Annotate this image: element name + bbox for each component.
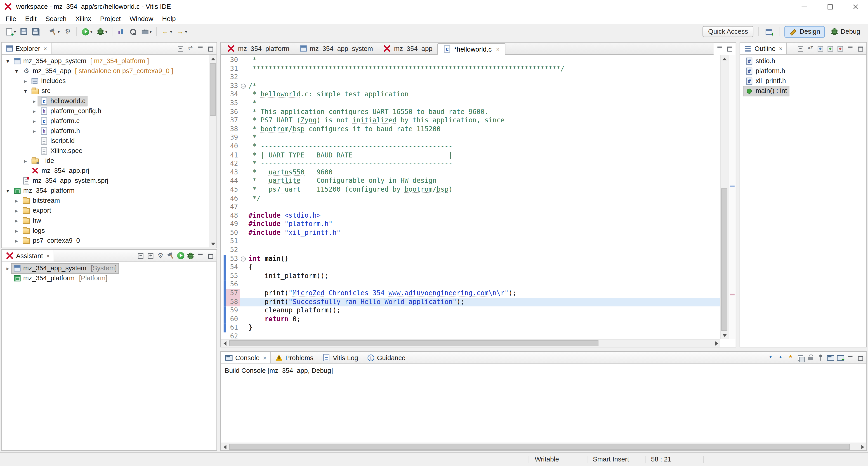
editor-vertical-scrollbar[interactable] xyxy=(720,55,728,339)
scrollbar-thumb[interactable] xyxy=(229,340,599,346)
minimize-button[interactable] xyxy=(845,43,855,53)
code-line-47[interactable]: 47 xyxy=(221,203,720,211)
tree-item-src[interactable]: ▾src xyxy=(2,86,209,96)
code-line-43[interactable]: 43 * uartns550 9600 xyxy=(221,168,720,177)
annotation-ruler[interactable] xyxy=(221,255,223,263)
annotation-ruler[interactable] xyxy=(221,220,223,229)
overview-mark[interactable] xyxy=(730,185,735,187)
close-icon[interactable]: × xyxy=(496,46,500,52)
new-wizard-button[interactable]: ▾ xyxy=(3,26,18,37)
editor-tab-mz-354-platform[interactable]: mz_354_platform xyxy=(222,43,294,54)
tree-arrow-icon[interactable]: ▸ xyxy=(31,118,38,124)
line-number[interactable]: 45 xyxy=(226,185,240,194)
code-line-58[interactable]: 58 print("Successfully ran Hello World a… xyxy=(221,298,720,307)
code-line-61[interactable]: 61} xyxy=(221,324,720,332)
line-number[interactable]: 54 xyxy=(226,263,240,272)
quick-access-button[interactable]: Quick Access xyxy=(703,26,753,37)
console-output[interactable]: Build Console [mz_354_app, Debug] xyxy=(221,364,866,443)
build-button[interactable]: ▾ xyxy=(47,26,61,37)
scroll-down-icon[interactable] xyxy=(209,240,217,247)
dropdown-caret-icon[interactable]: ▾ xyxy=(170,29,172,34)
annotation-ruler[interactable] xyxy=(221,65,223,73)
outline-item-platform-h[interactable]: platform.h xyxy=(740,66,859,76)
tree-item-xilinx-spec[interactable]: Xilinx.spec xyxy=(2,146,209,156)
tree-arrow-icon[interactable]: ▸ xyxy=(13,198,20,204)
annotation-ruler[interactable] xyxy=(221,73,223,82)
build-all-button[interactable] xyxy=(62,26,73,37)
annotation-ruler[interactable] xyxy=(221,289,223,298)
run-button[interactable]: ▾ xyxy=(80,26,94,37)
code-line-46[interactable]: 46 */ xyxy=(221,194,720,203)
code-line-35[interactable]: 35 * xyxy=(221,99,720,108)
dropdown-caret-icon[interactable]: ▾ xyxy=(105,29,107,34)
annotation-ruler[interactable] xyxy=(221,324,223,332)
collapse-all-button[interactable] xyxy=(796,43,805,53)
code-line-41[interactable]: 41 * | UART TYPE BAUD RATE | xyxy=(221,151,720,159)
annotation-ruler[interactable] xyxy=(221,142,223,151)
hide-fields-button[interactable] xyxy=(815,43,825,53)
maximize-button[interactable] xyxy=(206,43,215,53)
hide-non-public-button[interactable] xyxy=(835,43,845,53)
scroll-right-icon[interactable] xyxy=(859,443,866,451)
overview-mark[interactable] xyxy=(730,294,735,295)
close-icon[interactable]: × xyxy=(43,45,47,52)
tree-item-lscript-ld[interactable]: lscript.ld xyxy=(2,136,209,146)
line-number[interactable]: 44 xyxy=(226,177,240,185)
line-number[interactable]: 57 xyxy=(226,289,240,298)
tree-arrow-icon[interactable]: ▾ xyxy=(13,68,20,74)
scroll-up-icon[interactable] xyxy=(209,55,217,62)
open-console-button[interactable] xyxy=(835,353,845,362)
profile-button[interactable] xyxy=(115,26,127,37)
annotation-ruler[interactable] xyxy=(221,185,223,194)
explorer-view-tab[interactable]: Explorer × xyxy=(2,43,52,54)
minimize-button[interactable] xyxy=(195,251,205,261)
line-number[interactable]: 55 xyxy=(226,272,240,281)
close-window-button[interactable] xyxy=(842,0,868,13)
code-line-54[interactable]: 54{ xyxy=(221,263,720,272)
maximize-button[interactable] xyxy=(855,43,865,53)
minimize-button[interactable] xyxy=(195,43,205,53)
code-line-34[interactable]: 34 * helloworld.c: simple test applicati… xyxy=(221,90,720,99)
tree-item-mz-354-app-prj[interactable]: mz_354_app.prj xyxy=(2,166,209,176)
line-number[interactable]: 47 xyxy=(226,203,240,211)
annotation-ruler[interactable] xyxy=(221,246,223,255)
annotation-ruler[interactable] xyxy=(221,168,223,177)
settings-button[interactable] xyxy=(156,251,165,261)
minimize-editor-button[interactable] xyxy=(715,43,725,54)
tree-arrow-icon[interactable]: ▸ xyxy=(13,217,20,224)
console-horizontal-scrollbar[interactable] xyxy=(221,443,866,450)
annotation-ruler[interactable] xyxy=(221,177,223,185)
code-editor[interactable]: 30 *31 *********************************… xyxy=(221,55,720,339)
line-number[interactable]: 31 xyxy=(226,65,240,73)
assistant-item-mz-354-platform[interactable]: mz_354_platform[Platform] xyxy=(2,273,209,283)
tree-item-ps7-cortexa9-0[interactable]: ▸ps7_cortexa9_0 xyxy=(2,235,209,245)
tree-arrow-icon[interactable]: ▸ xyxy=(31,108,38,114)
collapse-marker-icon[interactable] xyxy=(241,256,246,261)
line-number[interactable]: 41 xyxy=(226,151,240,159)
tree-arrow-icon[interactable]: ▸ xyxy=(4,265,11,271)
line-number[interactable]: 52 xyxy=(226,246,240,255)
scrollbar-thumb[interactable] xyxy=(210,63,216,116)
code-line-38[interactable]: 38 * bootrom/bsp configures it to baud r… xyxy=(221,125,720,134)
code-line-32[interactable]: 32 xyxy=(221,73,720,82)
code-line-50[interactable]: 50#include "xil_printf.h" xyxy=(221,229,720,237)
tree-item-helloworld-c[interactable]: ▸helloworld.c xyxy=(2,96,209,106)
code-line-49[interactable]: 49#include "platform.h" xyxy=(221,220,720,229)
search-button[interactable] xyxy=(127,26,139,37)
close-icon[interactable]: × xyxy=(779,45,782,52)
explorer-scrollbar[interactable] xyxy=(209,55,216,247)
tree-item-mz-354-app-system-sprj[interactable]: mz_354_app_system.sprj xyxy=(2,176,209,185)
annotation-ruler[interactable] xyxy=(221,229,223,237)
code-line-53[interactable]: 53int main() xyxy=(221,255,720,263)
clear-console-button[interactable] xyxy=(796,353,805,362)
debug-toolbar-button[interactable]: ▾ xyxy=(95,27,109,37)
tree-arrow-icon[interactable]: ▸ xyxy=(13,207,20,213)
scroll-right-icon[interactable] xyxy=(712,340,720,347)
save-all-button[interactable] xyxy=(30,27,41,37)
line-number[interactable]: 58 xyxy=(226,298,240,307)
line-number[interactable]: 30 xyxy=(226,56,240,64)
tree-arrow-icon[interactable]: ▾ xyxy=(22,88,29,94)
code-line-62[interactable]: 62 xyxy=(221,332,720,339)
annotation-ruler[interactable] xyxy=(221,82,223,90)
line-number[interactable]: 37 xyxy=(226,117,240,125)
